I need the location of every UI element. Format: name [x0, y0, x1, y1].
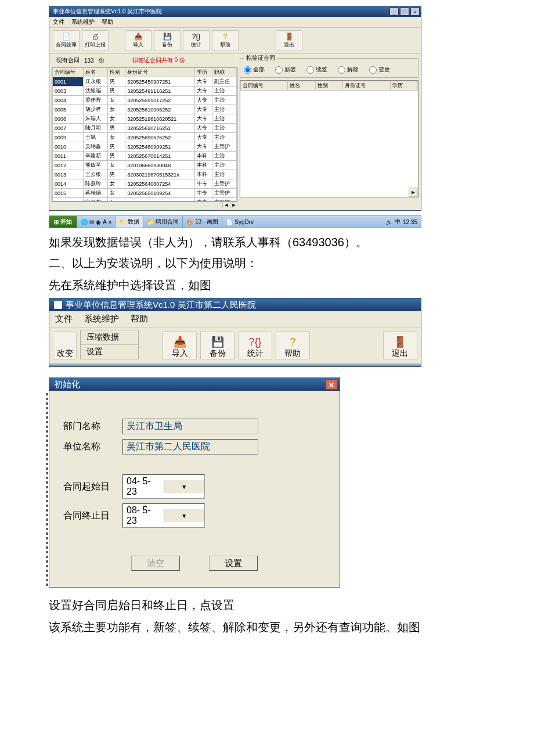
menu-file-2[interactable]: 文件: [49, 311, 78, 327]
close-button[interactable]: ×: [410, 8, 420, 16]
filter-option[interactable]: 新签: [275, 66, 296, 74]
backup-button-2[interactable]: 💾备份: [200, 332, 234, 359]
title-text-2: 事业单位信息管理系统Vc1.0 吴江市第二人民医院: [66, 300, 256, 311]
taskbar-item-2[interactable]: 📁聘用合同: [143, 216, 182, 228]
table-header: 合同编号: [53, 68, 84, 77]
table-row[interactable]: 0012熊敏琴女320106660930048本科主治: [53, 161, 237, 170]
modify-button[interactable]: 📄合同处理: [53, 30, 80, 51]
filter-option[interactable]: 变更: [369, 66, 390, 74]
stats-button-2[interactable]: ?{}统计: [238, 332, 272, 359]
table-row[interactable]: 0014陈燕玲女320525640807254中专主管护: [53, 179, 237, 189]
set-button[interactable]: 设置: [209, 556, 258, 571]
menu-maintain-2[interactable]: 系统维护: [78, 311, 125, 327]
submenu-compress[interactable]: 压缩数据: [81, 330, 138, 345]
table-row[interactable]: 0001庄永根男320525450907251大专副主任: [53, 77, 237, 87]
import-button[interactable]: 📥导入: [125, 30, 151, 51]
menu-maintain[interactable]: 系统维护: [71, 18, 95, 26]
import-button-2[interactable]: 📥导入: [163, 332, 197, 359]
system-tray[interactable]: 🔊 中 12:35: [382, 218, 421, 226]
filter-legend: 拟签证合同: [244, 54, 277, 62]
taskbar-item-4[interactable]: 📄SygDrv: [222, 216, 257, 228]
stats-icon: ?{}: [192, 33, 201, 40]
dialog-titlebar: 初始化 ×: [49, 378, 340, 391]
start-icon: ⊞: [54, 219, 59, 225]
table-row[interactable]: 0009王斌女320525690626252大专主治: [53, 133, 237, 142]
start-date-input[interactable]: 04- 5-23 ▼: [122, 474, 205, 499]
print-button[interactable]: 🖨打印上报: [82, 30, 109, 51]
table-header: 职称: [212, 68, 237, 77]
table-header: 身份证号: [125, 68, 194, 77]
paint-icon: 🎨: [186, 219, 193, 225]
doc-para-4: 设置好合同启始日和终止日，点设置: [49, 596, 485, 614]
right-grid[interactable]: 合同编号姓名性别身份证号学历 ►: [240, 80, 418, 197]
backup-button[interactable]: 💾备份: [154, 30, 181, 51]
infobar-unit: 份: [99, 56, 104, 64]
end-date-input[interactable]: 08- 5-23 ▼: [122, 503, 205, 528]
table-header: 身份证号: [343, 81, 390, 91]
dropdown-icon[interactable]: ▼: [164, 509, 205, 522]
table-row[interactable]: 0011辛建新男320525670614251本科主治: [53, 152, 237, 161]
table-row[interactable]: 0007陆月明男320525620716251大专主治: [53, 124, 237, 133]
table-header: 性别: [107, 68, 125, 77]
table-row[interactable]: 0010吴纳鑫男320525480909251大专主管护: [53, 142, 237, 152]
stats-button[interactable]: ?{}统计: [183, 30, 210, 51]
infobar-label: 现有合同: [56, 56, 80, 64]
speaker-icon: 🔊: [385, 219, 392, 225]
max-button[interactable]: □: [400, 8, 409, 16]
table-row[interactable]: 0003沈银福男320525491116251大专主治: [53, 87, 237, 96]
dropdown-icon[interactable]: ▼: [164, 480, 205, 493]
table-row[interactable]: 0005胡少骅女320525610906252大专主治: [53, 105, 237, 114]
submenu-settings[interactable]: 设置: [81, 345, 138, 359]
table-row[interactable]: 0016宋卫芳女320525650424252中专主管护: [53, 198, 237, 202]
scroll-right-icon[interactable]: ►: [409, 188, 418, 197]
filter-option[interactable]: 解除: [338, 66, 359, 74]
taskbar-quicklaunch[interactable]: 🌐 ✉ ◉ A »: [77, 216, 115, 228]
backup-icon: 💾: [163, 33, 172, 40]
folder-icon: 📁: [147, 219, 154, 225]
menu-file[interactable]: 文件: [53, 18, 64, 26]
end-label: 合同终止日: [63, 510, 113, 522]
table-row[interactable]: 0006朱瑞人女32052519610620521大专主治: [53, 114, 237, 124]
table-header: 姓名: [83, 68, 107, 77]
main-window: 事业单位信息管理系统Vc1.0 吴江市中医院 _ □ × 文件 系统维护 帮助 …: [49, 6, 421, 211]
dept-field: 吴江市卫生局: [122, 419, 258, 434]
taskbar: ⊞ 开始 🌐 ✉ ◉ A » 📁数据 📁聘用合同 🎨13 - 画图 📄SygDr…: [49, 215, 421, 228]
table-row[interactable]: 0013王云根男32030219670515321x本科主治: [53, 170, 237, 179]
import-icon: 📥: [134, 33, 143, 40]
player-icon: ◉: [96, 219, 101, 225]
help-button[interactable]: ?帮助: [212, 30, 239, 51]
doc-para-3: 先在系统维护中选择设置，如图: [49, 276, 485, 294]
table-header: 合同编号: [241, 81, 288, 91]
filter-option[interactable]: 续签: [306, 66, 327, 74]
hscroll[interactable]: ◄►: [52, 201, 237, 208]
dialog-close-button[interactable]: ×: [326, 379, 337, 390]
import-icon: 📥: [174, 336, 186, 348]
title-text: 事业单位信息管理系统Vc1.0 吴江市中医院: [53, 8, 162, 16]
more-icon: »: [109, 219, 112, 225]
left-grid[interactable]: 合同编号姓名性别身份证号学历职称0001庄永根男320525450907251大…: [52, 67, 237, 201]
table-header: 姓名: [288, 81, 315, 91]
help-button-2[interactable]: ?帮助: [276, 332, 310, 359]
taskbar-item-3[interactable]: 🎨13 - 画图: [182, 216, 222, 228]
taskbar-item-1[interactable]: 📁数据: [115, 216, 143, 228]
app-icon: A: [103, 219, 107, 225]
exit-button[interactable]: 🚪退出: [276, 30, 302, 51]
exit-icon: 🚪: [285, 33, 294, 40]
start-button[interactable]: ⊞ 开始: [49, 216, 77, 228]
submenu-popup: 压缩数据 设置: [80, 330, 138, 359]
titlebar: 事业单位信息管理系统Vc1.0 吴江市中医院 _ □ ×: [49, 6, 421, 17]
exit-button-2[interactable]: 🚪退出: [383, 332, 417, 359]
doc-para-2: 二、以上为安装说明，以下为使用说明：: [49, 254, 485, 272]
init-dialog: 初始化 × 部门名称 吴江市卫生局 单位名称 吴江市第二人民医院 合同起始日 0…: [49, 377, 340, 588]
min-button[interactable]: _: [389, 8, 399, 16]
filter-box: 拟签证合同 全部新签续签解除变更: [240, 54, 418, 78]
table-row[interactable]: 0004梁佳芳女320525591017252大专主治: [53, 96, 237, 105]
filter-option[interactable]: 全部: [244, 66, 265, 74]
doc-para-1: 如果发现数据错误（非人为），请联系人事科（63493036）。: [49, 233, 485, 251]
menu-help[interactable]: 帮助: [102, 18, 113, 26]
table-row[interactable]: 0015蒋桂娟女320525650109254中专主管护: [53, 189, 237, 198]
stats-icon: ?{}: [248, 336, 261, 348]
table-header: 学历: [390, 81, 417, 91]
menu-help-2[interactable]: 帮助: [125, 311, 154, 327]
modify-button-2[interactable]: 改变: [53, 332, 77, 359]
